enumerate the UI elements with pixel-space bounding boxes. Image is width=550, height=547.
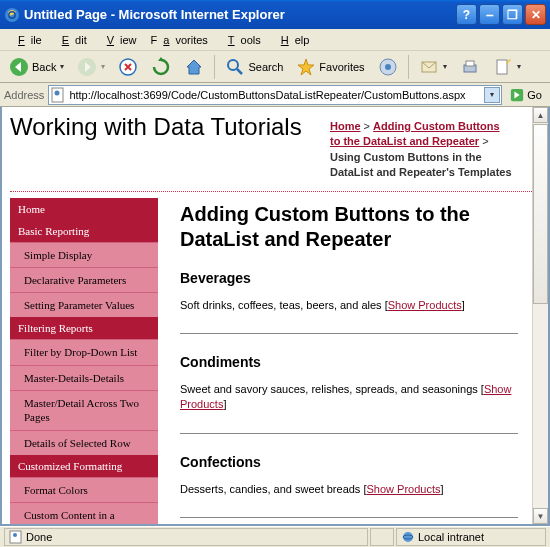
media-button[interactable] — [373, 54, 403, 80]
show-products-link[interactable]: Show Products — [180, 383, 511, 410]
menu-help[interactable]: Help — [269, 32, 316, 48]
home-icon — [184, 57, 204, 77]
print-button[interactable] — [455, 54, 485, 80]
mail-icon — [419, 57, 439, 77]
scroll-down-icon[interactable]: ▼ — [533, 508, 548, 524]
menubar: File Edit View Favorites Tools Help — [0, 29, 550, 51]
search-icon — [225, 57, 245, 77]
category-block: ConfectionsDesserts, candies, and sweet … — [180, 454, 518, 518]
sidebar: HomeBasic ReportingSimple DisplayDeclara… — [10, 192, 158, 524]
back-dropdown-icon[interactable]: ▾ — [60, 62, 64, 71]
go-button[interactable]: Go — [506, 87, 546, 103]
category-name: Confections — [180, 454, 518, 470]
maximize-button[interactable]: ❐ — [502, 4, 523, 25]
status-pane: Done — [4, 528, 368, 546]
sidebar-item[interactable]: Filter by Drop-Down List — [10, 339, 158, 364]
page-title: Working with Data Tutorials — [10, 113, 330, 141]
statusbar: Done Local intranet — [0, 526, 550, 547]
scroll-thumb[interactable] — [533, 124, 548, 304]
menu-edit[interactable]: Edit — [50, 32, 93, 48]
refresh-button[interactable] — [146, 54, 176, 80]
favorites-button[interactable]: Favorites — [291, 54, 369, 80]
stop-button[interactable] — [113, 54, 143, 80]
page-content: Working with Data Tutorials Home > Addin… — [2, 107, 532, 524]
back-button[interactable]: Back ▾ — [4, 54, 69, 80]
refresh-icon — [151, 57, 171, 77]
svg-rect-15 — [10, 531, 21, 543]
svg-rect-10 — [466, 61, 474, 66]
favorites-label: Favorites — [319, 61, 364, 73]
zone-text: Local intranet — [418, 531, 484, 543]
show-products-link[interactable]: Show Products — [366, 483, 440, 495]
window-title: Untitled Page - Microsoft Internet Explo… — [24, 7, 454, 22]
category-name: Condiments — [180, 354, 518, 370]
addressbar: Address ▾ Go — [0, 83, 550, 107]
edit-dropdown-icon[interactable]: ▾ — [517, 62, 521, 71]
stop-icon — [118, 57, 138, 77]
status-text: Done — [26, 531, 52, 543]
category-divider — [180, 517, 518, 518]
toolbar-separator — [214, 55, 215, 79]
window-titlebar: Untitled Page - Microsoft Internet Explo… — [0, 0, 550, 29]
menu-favorites[interactable]: Favorites — [145, 32, 214, 48]
sidebar-header[interactable]: Basic Reporting — [10, 220, 158, 242]
url-dropdown[interactable]: ▾ — [484, 87, 500, 103]
go-label: Go — [527, 89, 542, 101]
sidebar-item[interactable]: Master/Detail Across Two Pages — [10, 390, 158, 430]
show-products-link[interactable]: Show Products — [388, 299, 462, 311]
category-block: CondimentsSweet and savory sauces, relis… — [180, 354, 518, 434]
sidebar-item[interactable]: Setting Parameter Values — [10, 292, 158, 317]
forward-button: ▾ — [72, 54, 110, 80]
page-icon — [50, 87, 66, 103]
category-divider — [180, 333, 518, 334]
print-icon — [460, 57, 480, 77]
sidebar-item[interactable]: Format Colors — [10, 477, 158, 502]
breadcrumb-current: Using Custom Buttons in the DataList and… — [330, 151, 512, 178]
sidebar-item[interactable]: Master-Details-Details — [10, 365, 158, 390]
toolbar: Back ▾ ▾ Search Favorites ▾ ▾ — [0, 51, 550, 83]
address-label: Address — [4, 89, 44, 101]
sidebar-header[interactable]: Customized Formatting — [10, 455, 158, 477]
edit-icon — [493, 57, 513, 77]
sidebar-item[interactable]: Declarative Parameters — [10, 267, 158, 292]
home-button[interactable] — [179, 54, 209, 80]
sidebar-item[interactable]: Simple Display — [10, 242, 158, 267]
scroll-up-icon[interactable]: ▲ — [533, 107, 548, 123]
zone-pane: Local intranet — [396, 528, 546, 546]
category-block: BeveragesSoft drinks, coffees, teas, bee… — [180, 270, 518, 334]
vertical-scrollbar[interactable]: ▲ ▼ — [532, 107, 548, 524]
category-desc: Sweet and savory sauces, relishes, sprea… — [180, 382, 518, 413]
back-icon — [9, 57, 29, 77]
main-content: Adding Custom Buttons to the DataList an… — [158, 192, 532, 524]
menu-file[interactable]: File — [6, 32, 48, 48]
mail-button[interactable]: ▾ — [414, 54, 452, 80]
search-button[interactable]: Search — [220, 54, 288, 80]
menu-tools[interactable]: Tools — [216, 32, 267, 48]
category-divider — [180, 433, 518, 434]
svg-point-13 — [55, 90, 60, 95]
category-name: Beverages — [180, 270, 518, 286]
help-button[interactable]: ? — [456, 4, 477, 25]
edit-button[interactable]: ▾ — [488, 54, 526, 80]
sidebar-header[interactable]: Filtering Reports — [10, 317, 158, 339]
sidebar-item[interactable]: Details of Selected Row — [10, 430, 158, 455]
svg-point-5 — [228, 60, 238, 70]
go-icon — [510, 88, 524, 102]
sidebar-header[interactable]: Home — [10, 198, 158, 220]
sidebar-item[interactable]: Custom Content in a GridView — [10, 502, 158, 524]
mail-dropdown-icon[interactable]: ▾ — [443, 62, 447, 71]
back-label: Back — [32, 61, 56, 73]
star-icon — [296, 57, 316, 77]
svg-point-16 — [13, 533, 17, 537]
done-icon — [9, 530, 23, 544]
close-button[interactable]: ✕ — [525, 4, 546, 25]
breadcrumb: Home > Adding Custom Buttons to the Data… — [330, 119, 512, 181]
minimize-button[interactable]: ‒ — [479, 4, 500, 25]
menu-view[interactable]: View — [95, 32, 143, 48]
toolbar-separator — [408, 55, 409, 79]
ie-icon — [4, 7, 20, 23]
breadcrumb-home[interactable]: Home — [330, 120, 361, 132]
svg-point-7 — [385, 64, 391, 70]
url-input[interactable] — [48, 85, 502, 105]
status-pane-mid — [370, 528, 394, 546]
